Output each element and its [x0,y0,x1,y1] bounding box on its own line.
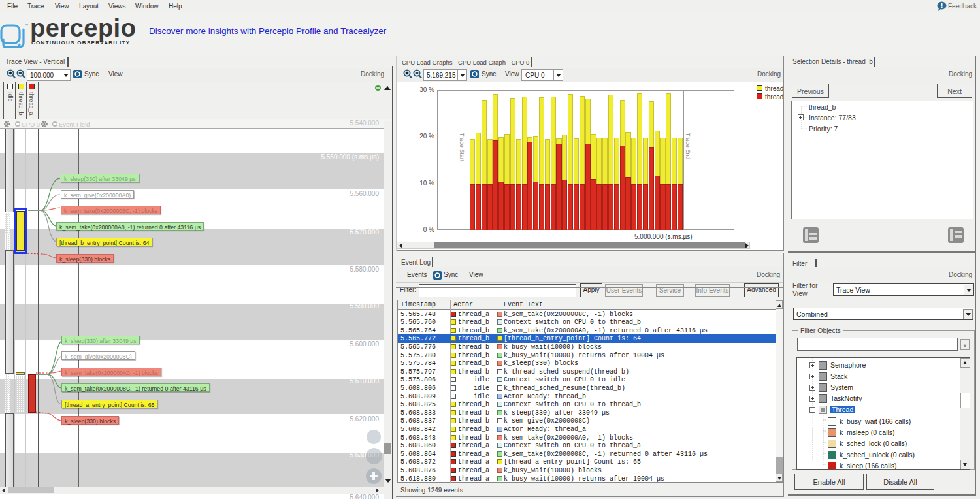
svg-text:™: ™ [24,24,28,27]
